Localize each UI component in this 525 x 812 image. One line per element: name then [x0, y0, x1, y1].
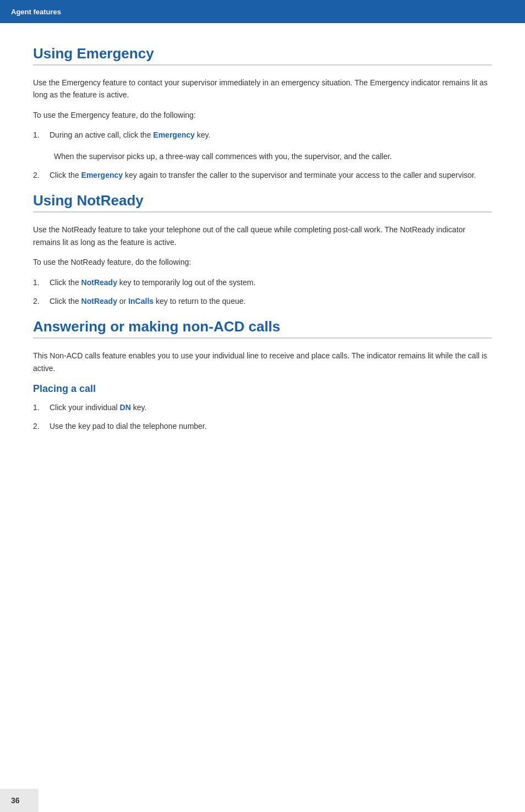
placing-call-steps-list: 1. Click your individual DN key. 2. Use … — [33, 401, 492, 433]
placing-call-step-1-num: 1. — [33, 401, 50, 413]
emergency-step-1-num: 1. — [33, 129, 50, 141]
notready-step-2-text: Click the NotReady or InCalls key to ret… — [50, 295, 245, 307]
dn-keyword: DN — [120, 403, 131, 412]
header-label: Agent features — [11, 8, 61, 16]
placing-call-step-1: 1. Click your individual DN key. — [33, 401, 492, 413]
section-non-acd: Answering or making non-ACD calls This N… — [33, 318, 492, 374]
notready-step-1-num: 1. — [33, 276, 50, 288]
section-title-placing-call: Placing a call — [33, 383, 492, 395]
page-number: 36 — [11, 796, 20, 805]
emergency-steps-list: 1. During an active call, click the Emer… — [33, 129, 492, 141]
notready-para-2: To use the NotReady feature, do the foll… — [33, 256, 492, 268]
non-acd-para-1: This Non-ACD calls feature enables you t… — [33, 350, 492, 374]
placing-call-step-2-text: Use the key pad to dial the telephone nu… — [50, 420, 207, 432]
notready-para-1: Use the NotReady feature to take your te… — [33, 224, 492, 248]
emergency-para-2: To use the Emergency feature, do the fol… — [33, 109, 492, 121]
notready-step-2: 2. Click the NotReady or InCalls key to … — [33, 295, 492, 307]
main-content: Using Emergency Use the Emergency featur… — [0, 23, 525, 486]
emergency-step-2-num: 2. — [33, 169, 50, 181]
placing-call-step-2-num: 2. — [33, 420, 50, 432]
section-placing-call: Placing a call 1. Click your individual … — [33, 383, 492, 433]
header-bar: Agent features — [0, 0, 525, 23]
notready-keyword-2: NotReady — [81, 297, 117, 306]
placing-call-step-1-text: Click your individual DN key. — [50, 401, 146, 413]
notready-keyword-1: NotReady — [81, 278, 117, 287]
section-divider-emergency — [33, 64, 492, 66]
notready-steps-list: 1. Click the NotReady key to temporarily… — [33, 276, 492, 308]
emergency-step-1-text: During an active call, click the Emergen… — [50, 129, 210, 141]
emergency-para-1: Use the Emergency feature to contact you… — [33, 77, 492, 101]
emergency-keyword-1: Emergency — [153, 130, 194, 139]
emergency-steps-list-2: 2. Click the Emergency key again to tran… — [33, 169, 492, 181]
notready-step-1-text: Click the NotReady key to temporarily lo… — [50, 276, 255, 288]
emergency-step-2-text: Click the Emergency key again to transfe… — [50, 169, 476, 181]
section-title-non-acd: Answering or making non-ACD calls — [33, 318, 492, 335]
section-divider-non-acd — [33, 337, 492, 339]
notready-step-1: 1. Click the NotReady key to temporarily… — [33, 276, 492, 288]
emergency-step-1-subnote: When the supervisor picks up, a three-wa… — [54, 150, 492, 162]
incalls-keyword: InCalls — [128, 297, 154, 306]
section-divider-notready — [33, 211, 492, 212]
placing-call-step-2: 2. Use the key pad to dial the telephone… — [33, 420, 492, 432]
section-using-emergency: Using Emergency Use the Emergency featur… — [33, 45, 492, 181]
section-using-notready: Using NotReady Use the NotReady feature … — [33, 192, 492, 307]
notready-step-2-num: 2. — [33, 295, 50, 307]
emergency-keyword-2: Emergency — [81, 171, 123, 179]
emergency-step-2: 2. Click the Emergency key again to tran… — [33, 169, 492, 181]
section-title-notready: Using NotReady — [33, 192, 492, 209]
page-number-bar: 36 — [0, 789, 39, 812]
emergency-step-1: 1. During an active call, click the Emer… — [33, 129, 492, 141]
section-title-emergency: Using Emergency — [33, 45, 492, 62]
